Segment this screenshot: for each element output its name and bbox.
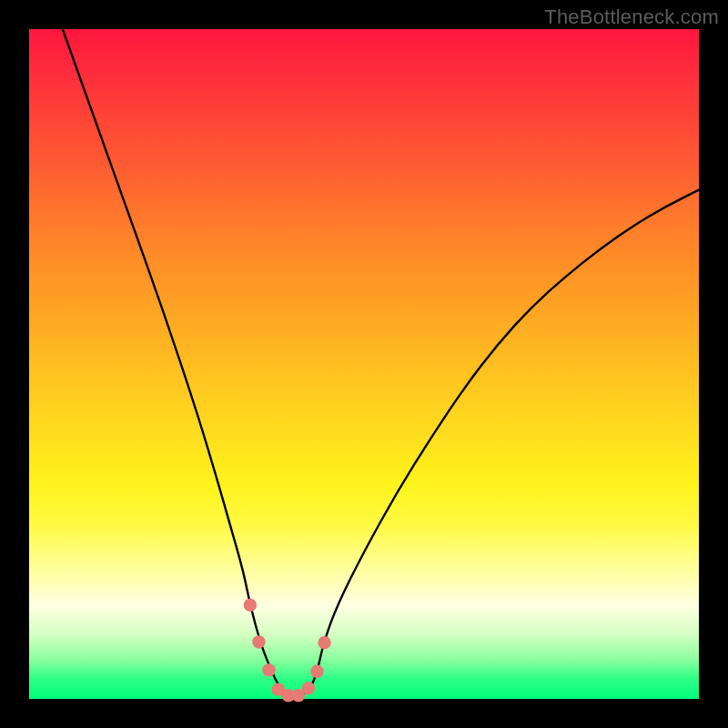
curve-svg: [29, 29, 699, 699]
curve-marker: [252, 635, 265, 648]
curve-marker: [244, 599, 257, 612]
flat-region-markers: [244, 599, 331, 703]
bottleneck-curve: [63, 29, 699, 695]
curve-marker: [302, 682, 315, 694]
plot-area: [29, 29, 699, 699]
watermark-text: TheBottleneck.com: [544, 5, 719, 29]
curve-marker: [310, 665, 323, 678]
curve-marker: [262, 663, 275, 676]
curve-marker: [318, 636, 330, 649]
chart-frame: TheBottleneck.com: [0, 0, 728, 728]
